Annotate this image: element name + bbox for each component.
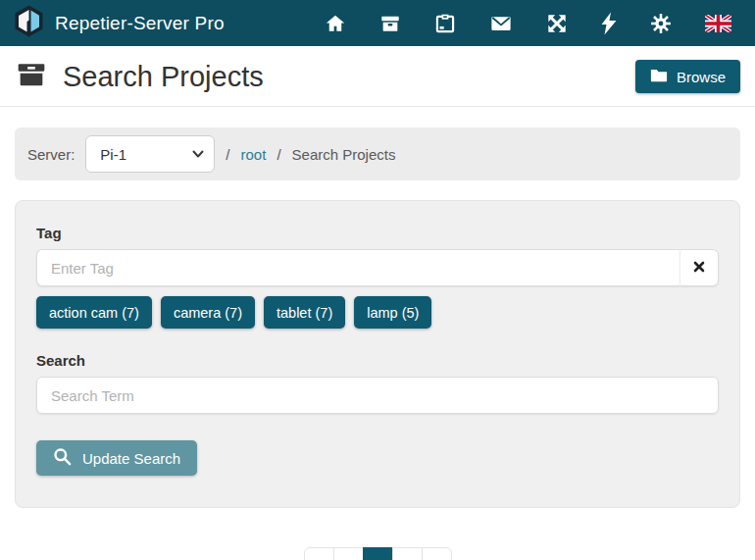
- breadcrumb-separator: /: [226, 146, 229, 163]
- search-label: Search: [36, 352, 719, 369]
- update-search-label: Update Search: [82, 450, 180, 467]
- server-select-wrap: Pi-1: [85, 135, 215, 173]
- search-card: Tag action cam (7) camera (7) tablet (7)…: [15, 200, 740, 508]
- printer-icon[interactable]: [434, 13, 456, 34]
- server-select[interactable]: Pi-1: [85, 135, 215, 173]
- navbar-menu: [325, 12, 741, 35]
- tag-label: Tag: [36, 225, 719, 241]
- search-input-wrap: [36, 377, 719, 414]
- browse-button[interactable]: Browse: [635, 60, 740, 93]
- breadcrumb-current: Search Projects: [292, 146, 396, 163]
- pagination-last[interactable]: »: [422, 547, 452, 560]
- brand-title: Repetier-Server Pro: [55, 13, 225, 34]
- page-title: Search Projects: [63, 61, 264, 93]
- header-divider: [0, 106, 755, 107]
- archive-box-title-icon: [15, 59, 48, 94]
- search-input[interactable]: [36, 377, 719, 414]
- clear-tag-button[interactable]: [680, 249, 719, 286]
- breadcrumb-separator: /: [277, 146, 280, 163]
- page-header: Search Projects Browse: [0, 46, 755, 106]
- archive-box-icon[interactable]: [379, 13, 401, 34]
- server-label: Server:: [27, 146, 75, 163]
- language-flag-icon[interactable]: [705, 15, 731, 32]
- breadcrumb-root-link[interactable]: root: [241, 146, 267, 163]
- tag-input[interactable]: [36, 249, 680, 286]
- tag-button-lamp[interactable]: lamp (5): [354, 296, 431, 329]
- app-logo-icon: [14, 5, 44, 41]
- close-icon: [693, 261, 705, 276]
- move-arrows-icon[interactable]: [546, 13, 568, 34]
- tag-button-tablet[interactable]: tablet (7): [264, 296, 345, 329]
- pagination-next[interactable]: ›: [392, 547, 423, 560]
- envelope-icon[interactable]: [489, 13, 513, 34]
- breadcrumb: Server: Pi-1 / root / Search Projects: [15, 127, 740, 180]
- search-block: Search: [36, 352, 719, 414]
- tag-suggestions: action cam (7) camera (7) tablet (7) lam…: [36, 296, 719, 329]
- browse-button-label: Browse: [677, 69, 726, 85]
- pagination: « ‹ 1 › »: [0, 547, 755, 560]
- pagination-page-1[interactable]: 1: [363, 547, 393, 560]
- search-icon: [53, 447, 72, 469]
- brand[interactable]: Repetier-Server Pro: [14, 5, 225, 41]
- gear-icon[interactable]: [650, 13, 672, 34]
- bolt-icon[interactable]: [601, 12, 617, 35]
- pagination-prev[interactable]: ‹: [333, 547, 364, 560]
- tag-button-action-cam[interactable]: action cam (7): [36, 296, 152, 329]
- folder-icon: [650, 68, 668, 85]
- tag-button-camera[interactable]: camera (7): [161, 296, 255, 329]
- update-search-button[interactable]: Update Search: [36, 440, 197, 476]
- navbar: Repetier-Server Pro: [0, 0, 755, 46]
- pagination-first[interactable]: «: [304, 547, 334, 560]
- home-icon[interactable]: [325, 13, 346, 34]
- tag-input-group: [36, 249, 719, 286]
